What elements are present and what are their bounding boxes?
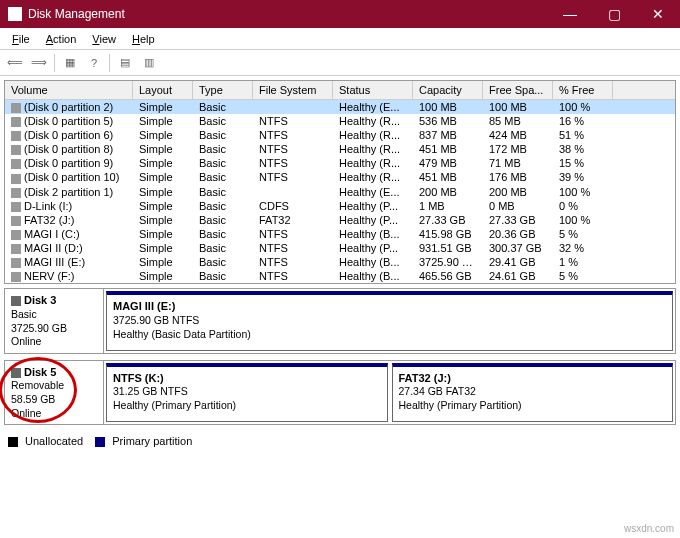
menu-file[interactable]: File [4, 33, 38, 45]
col-type[interactable]: Type [193, 81, 253, 99]
disk-partitions: MAGI III (E:)3725.90 GB NTFSHealthy (Bas… [104, 288, 676, 354]
minimize-button[interactable]: — [548, 0, 592, 28]
col-percent-free[interactable]: % Free [553, 81, 613, 99]
table-row[interactable]: NERV (F:)SimpleBasicNTFSHealthy (B...465… [5, 269, 675, 283]
partition[interactable]: FAT32 (J:)27.34 GB FAT32Healthy (Primary… [392, 363, 674, 423]
volume-list: Volume Layout Type File System Status Ca… [4, 80, 676, 284]
volume-icon [11, 131, 21, 141]
legend-primary-label: Primary partition [112, 435, 192, 447]
menu-view[interactable]: View [84, 33, 124, 45]
volume-icon [11, 230, 21, 240]
legend-unallocated: Unallocated [8, 435, 83, 447]
volume-icon [11, 117, 21, 127]
col-filesystem[interactable]: File System [253, 81, 333, 99]
help-toolbar-button[interactable]: ? [83, 52, 105, 74]
graphical-view: Disk 3Basic3725.90 GBOnlineMAGI III (E:)… [4, 288, 676, 425]
disk-icon [11, 296, 21, 306]
forward-button[interactable]: ⟹ [28, 52, 50, 74]
refresh-button[interactable]: ▦ [59, 52, 81, 74]
table-row[interactable]: (Disk 0 partition 10)SimpleBasicNTFSHeal… [5, 170, 675, 184]
table-row[interactable]: (Disk 2 partition 1)SimpleBasicHealthy (… [5, 185, 675, 199]
watermark: wsxdn.com [624, 523, 674, 534]
table-row[interactable]: FAT32 (J:)SimpleBasicFAT32Healthy (P...2… [5, 213, 675, 227]
unallocated-swatch [8, 437, 18, 447]
volume-icon [11, 272, 21, 282]
col-volume[interactable]: Volume [5, 81, 133, 99]
volume-icon [11, 188, 21, 198]
volume-icon [11, 216, 21, 226]
col-status[interactable]: Status [333, 81, 413, 99]
partition[interactable]: MAGI III (E:)3725.90 GB NTFSHealthy (Bas… [106, 291, 673, 351]
disk-row: Disk 3Basic3725.90 GBOnlineMAGI III (E:)… [4, 288, 676, 354]
volume-icon [11, 174, 21, 184]
window-title: Disk Management [28, 7, 125, 21]
col-layout[interactable]: Layout [133, 81, 193, 99]
menu-help[interactable]: Help [124, 33, 163, 45]
col-free-space[interactable]: Free Spa... [483, 81, 553, 99]
disk-row: Disk 5Removable58.59 GBOnlineNTFS (K:)31… [4, 360, 676, 426]
menu-action[interactable]: Action [38, 33, 85, 45]
volume-icon [11, 202, 21, 212]
close-button[interactable]: ✕ [636, 0, 680, 28]
legend: Unallocated Primary partition [4, 431, 676, 451]
table-row[interactable]: (Disk 0 partition 5)SimpleBasicNTFSHealt… [5, 114, 675, 128]
table-row[interactable]: MAGI II (D:)SimpleBasicNTFSHealthy (P...… [5, 241, 675, 255]
toolbar: ⟸ ⟹ ▦ ? ▤ ▥ [0, 50, 680, 76]
partition[interactable]: NTFS (K:)31.25 GB NTFSHealthy (Primary P… [106, 363, 388, 423]
table-header: Volume Layout Type File System Status Ca… [5, 81, 675, 100]
volume-icon [11, 258, 21, 268]
table-row[interactable]: MAGI I (C:)SimpleBasicNTFSHealthy (B...4… [5, 227, 675, 241]
titlebar: Disk Management — ▢ ✕ [0, 0, 680, 28]
view-bottom-button[interactable]: ▥ [138, 52, 160, 74]
legend-primary: Primary partition [95, 435, 192, 447]
volume-icon [11, 159, 21, 169]
table-row[interactable]: D-Link (I:)SimpleBasicCDFSHealthy (P...1… [5, 199, 675, 213]
volume-icon [11, 103, 21, 113]
disk-partitions: NTFS (K:)31.25 GB NTFSHealthy (Primary P… [104, 360, 676, 426]
legend-unallocated-label: Unallocated [25, 435, 83, 447]
volume-icon [11, 145, 21, 155]
disk-label[interactable]: Disk 5Removable58.59 GBOnline [4, 360, 104, 426]
disk-label[interactable]: Disk 3Basic3725.90 GBOnline [4, 288, 104, 354]
primary-partition-swatch [95, 437, 105, 447]
disk-icon [11, 368, 21, 378]
table-row[interactable]: (Disk 0 partition 2)SimpleBasicHealthy (… [5, 100, 675, 114]
view-top-button[interactable]: ▤ [114, 52, 136, 74]
volume-icon [11, 244, 21, 254]
table-row[interactable]: (Disk 0 partition 9)SimpleBasicNTFSHealt… [5, 156, 675, 170]
app-icon [8, 7, 22, 21]
menubar: File Action View Help [0, 28, 680, 50]
table-row[interactable]: (Disk 0 partition 6)SimpleBasicNTFSHealt… [5, 128, 675, 142]
col-capacity[interactable]: Capacity [413, 81, 483, 99]
back-button[interactable]: ⟸ [4, 52, 26, 74]
table-row[interactable]: (Disk 0 partition 8)SimpleBasicNTFSHealt… [5, 142, 675, 156]
maximize-button[interactable]: ▢ [592, 0, 636, 28]
table-row[interactable]: MAGI III (E:)SimpleBasicNTFSHealthy (B..… [5, 255, 675, 269]
